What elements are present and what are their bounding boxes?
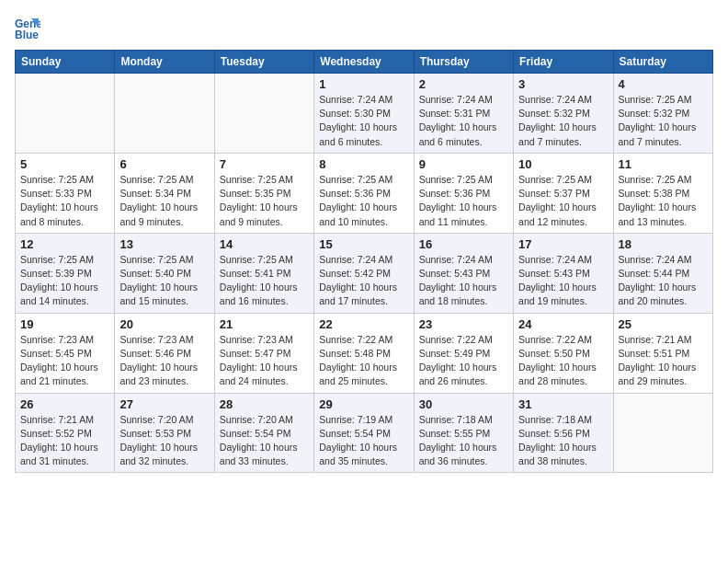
day-detail: Sunrise: 7:19 AMSunset: 5:54 PMDaylight:… [319,413,408,469]
calendar-cell: 9Sunrise: 7:25 AMSunset: 5:36 PMDaylight… [414,153,513,233]
day-detail: Sunrise: 7:25 AMSunset: 5:33 PMDaylight:… [20,173,109,229]
calendar-cell: 10Sunrise: 7:25 AMSunset: 5:37 PMDayligh… [514,153,613,233]
calendar-cell [214,74,313,154]
weekday-header-friday: Friday [514,51,613,74]
day-number: 15 [319,237,408,251]
svg-text:Blue: Blue [15,29,39,40]
calendar-header: SundayMondayTuesdayWednesdayThursdayFrid… [16,51,713,74]
day-detail: Sunrise: 7:23 AMSunset: 5:47 PMDaylight:… [220,333,309,389]
calendar-cell: 6Sunrise: 7:25 AMSunset: 5:34 PMDaylight… [115,153,214,233]
day-detail: Sunrise: 7:25 AMSunset: 5:36 PMDaylight:… [319,173,408,229]
calendar-cell: 8Sunrise: 7:25 AMSunset: 5:36 PMDaylight… [314,153,414,233]
calendar-cell: 16Sunrise: 7:24 AMSunset: 5:43 PMDayligh… [414,233,513,313]
day-number: 2 [419,77,508,91]
day-number: 26 [20,397,109,411]
day-detail: Sunrise: 7:25 AMSunset: 5:39 PMDaylight:… [20,253,109,309]
day-detail: Sunrise: 7:25 AMSunset: 5:40 PMDaylight:… [119,253,209,309]
day-detail: Sunrise: 7:25 AMSunset: 5:35 PMDaylight:… [220,173,309,229]
day-detail: Sunrise: 7:20 AMSunset: 5:53 PMDaylight:… [119,413,209,469]
weekday-header-wednesday: Wednesday [314,51,414,74]
day-detail: Sunrise: 7:24 AMSunset: 5:32 PMDaylight:… [518,93,608,149]
calendar-cell: 20Sunrise: 7:23 AMSunset: 5:46 PMDayligh… [115,313,214,393]
calendar-cell: 15Sunrise: 7:24 AMSunset: 5:42 PMDayligh… [314,233,414,313]
day-number: 6 [119,157,209,171]
calendar-cell: 26Sunrise: 7:21 AMSunset: 5:52 PMDayligh… [16,393,115,473]
calendar-cell: 30Sunrise: 7:18 AMSunset: 5:55 PMDayligh… [414,393,513,473]
day-detail: Sunrise: 7:21 AMSunset: 5:52 PMDaylight:… [20,413,109,469]
day-number: 17 [518,237,608,251]
day-detail: Sunrise: 7:25 AMSunset: 5:34 PMDaylight:… [119,173,209,229]
day-number: 18 [619,237,708,251]
weekday-header-tuesday: Tuesday [214,51,313,74]
calendar-cell: 19Sunrise: 7:23 AMSunset: 5:45 PMDayligh… [16,313,115,393]
page-header: General Blue [15,15,713,40]
day-number: 22 [319,317,408,331]
day-detail: Sunrise: 7:22 AMSunset: 5:50 PMDaylight:… [518,333,608,389]
day-detail: Sunrise: 7:25 AMSunset: 5:37 PMDaylight:… [518,173,608,229]
calendar-cell: 27Sunrise: 7:20 AMSunset: 5:53 PMDayligh… [115,393,214,473]
logo: General Blue [15,15,44,40]
calendar-table: SundayMondayTuesdayWednesdayThursdayFrid… [15,50,713,473]
day-number: 13 [119,237,209,251]
calendar-cell: 21Sunrise: 7:23 AMSunset: 5:47 PMDayligh… [214,313,313,393]
calendar-cell: 12Sunrise: 7:25 AMSunset: 5:39 PMDayligh… [16,233,115,313]
day-detail: Sunrise: 7:23 AMSunset: 5:46 PMDaylight:… [119,333,209,389]
day-number: 29 [319,397,408,411]
day-detail: Sunrise: 7:24 AMSunset: 5:30 PMDaylight:… [319,93,408,149]
day-detail: Sunrise: 7:25 AMSunset: 5:32 PMDaylight:… [619,93,708,149]
day-detail: Sunrise: 7:25 AMSunset: 5:38 PMDaylight:… [619,173,708,229]
day-detail: Sunrise: 7:22 AMSunset: 5:48 PMDaylight:… [319,333,408,389]
calendar-cell: 31Sunrise: 7:18 AMSunset: 5:56 PMDayligh… [514,393,613,473]
calendar-cell [613,393,712,473]
day-detail: Sunrise: 7:20 AMSunset: 5:54 PMDaylight:… [220,413,309,469]
calendar-cell: 14Sunrise: 7:25 AMSunset: 5:41 PMDayligh… [214,233,313,313]
day-number: 23 [419,317,508,331]
day-number: 4 [619,77,708,91]
calendar-cell: 11Sunrise: 7:25 AMSunset: 5:38 PMDayligh… [613,153,712,233]
day-number: 19 [20,317,109,331]
calendar-cell [115,74,214,154]
calendar-cell: 18Sunrise: 7:24 AMSunset: 5:44 PMDayligh… [613,233,712,313]
day-detail: Sunrise: 7:24 AMSunset: 5:43 PMDaylight:… [419,253,508,309]
calendar-cell: 17Sunrise: 7:24 AMSunset: 5:43 PMDayligh… [514,233,613,313]
calendar-cell: 29Sunrise: 7:19 AMSunset: 5:54 PMDayligh… [314,393,414,473]
weekday-header-monday: Monday [115,51,214,74]
day-number: 20 [119,317,209,331]
day-number: 7 [220,157,309,171]
day-detail: Sunrise: 7:22 AMSunset: 5:49 PMDaylight:… [419,333,508,389]
day-number: 21 [220,317,309,331]
day-detail: Sunrise: 7:24 AMSunset: 5:42 PMDaylight:… [319,253,408,309]
day-number: 9 [419,157,508,171]
day-detail: Sunrise: 7:24 AMSunset: 5:31 PMDaylight:… [419,93,508,149]
day-detail: Sunrise: 7:21 AMSunset: 5:51 PMDaylight:… [619,333,708,389]
day-number: 3 [518,77,608,91]
calendar-cell: 28Sunrise: 7:20 AMSunset: 5:54 PMDayligh… [214,393,313,473]
day-detail: Sunrise: 7:23 AMSunset: 5:45 PMDaylight:… [20,333,109,389]
day-number: 27 [119,397,209,411]
day-number: 11 [619,157,708,171]
day-number: 1 [319,77,408,91]
calendar-cell: 7Sunrise: 7:25 AMSunset: 5:35 PMDaylight… [214,153,313,233]
calendar-cell: 5Sunrise: 7:25 AMSunset: 5:33 PMDaylight… [16,153,115,233]
calendar-cell: 1Sunrise: 7:24 AMSunset: 5:30 PMDaylight… [314,74,414,154]
weekday-header-saturday: Saturday [613,51,712,74]
calendar-cell: 24Sunrise: 7:22 AMSunset: 5:50 PMDayligh… [514,313,613,393]
day-detail: Sunrise: 7:25 AMSunset: 5:36 PMDaylight:… [419,173,508,229]
calendar-cell: 4Sunrise: 7:25 AMSunset: 5:32 PMDaylight… [613,74,712,154]
calendar-cell: 13Sunrise: 7:25 AMSunset: 5:40 PMDayligh… [115,233,214,313]
calendar-cell: 2Sunrise: 7:24 AMSunset: 5:31 PMDaylight… [414,74,513,154]
day-number: 28 [220,397,309,411]
day-number: 16 [419,237,508,251]
day-number: 5 [20,157,109,171]
day-number: 10 [518,157,608,171]
calendar-cell: 23Sunrise: 7:22 AMSunset: 5:49 PMDayligh… [414,313,513,393]
day-detail: Sunrise: 7:24 AMSunset: 5:44 PMDaylight:… [619,253,708,309]
calendar-cell: 3Sunrise: 7:24 AMSunset: 5:32 PMDaylight… [514,74,613,154]
weekday-header-sunday: Sunday [16,51,115,74]
weekday-header-thursday: Thursday [414,51,513,74]
day-number: 24 [518,317,608,331]
day-number: 31 [518,397,608,411]
calendar-cell: 25Sunrise: 7:21 AMSunset: 5:51 PMDayligh… [613,313,712,393]
day-detail: Sunrise: 7:18 AMSunset: 5:55 PMDaylight:… [419,413,508,469]
day-number: 12 [20,237,109,251]
